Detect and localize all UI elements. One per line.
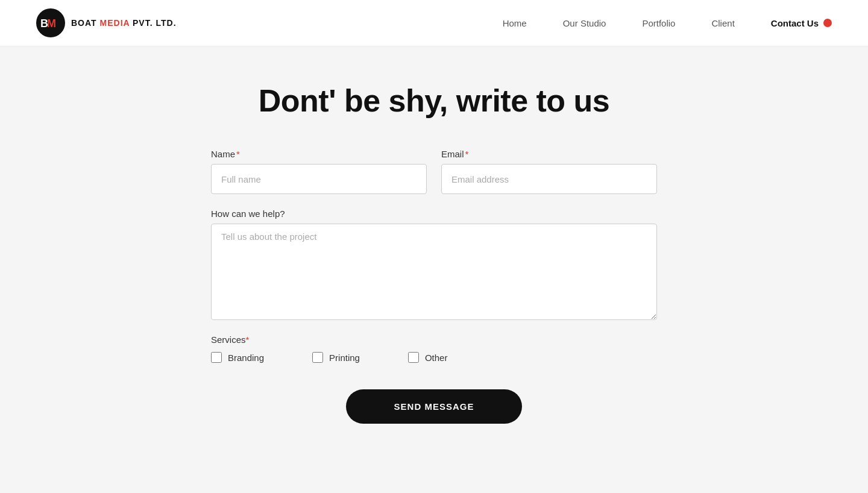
services-label: Services* <box>211 334 657 345</box>
checkbox-printing[interactable]: Printing <box>312 352 360 363</box>
main-nav: Home Our Studio Portfolio Client Contact… <box>503 18 832 28</box>
name-email-row: Name* Email* <box>211 149 657 194</box>
help-textarea[interactable] <box>211 224 657 320</box>
name-input[interactable] <box>211 164 427 194</box>
name-group: Name* <box>211 149 427 194</box>
checkbox-branding[interactable]: Branding <box>211 352 264 363</box>
logo-text: BOAT MEDIA PVT. LTD. <box>71 18 177 28</box>
checkbox-other-input[interactable] <box>408 352 419 363</box>
checkbox-branding-input[interactable] <box>211 352 222 363</box>
submit-wrap: SEND MESSAGE <box>211 389 657 424</box>
email-label: Email* <box>441 149 657 159</box>
send-message-button[interactable]: SEND MESSAGE <box>346 389 523 424</box>
svg-text:M: M <box>47 17 56 30</box>
logo-icon: B M <box>36 8 65 37</box>
nav-home[interactable]: Home <box>503 18 527 28</box>
contact-form: Name* Email* How can we help? Services* <box>211 149 657 424</box>
nav-contact-us[interactable]: Contact Us <box>771 18 832 28</box>
nav-client[interactable]: Client <box>711 18 734 28</box>
contact-dot-icon <box>823 19 832 27</box>
branding-label: Branding <box>228 353 264 363</box>
help-label: How can we help? <box>211 209 657 219</box>
checkbox-group: Branding Printing Other <box>211 352 657 363</box>
checkbox-other[interactable]: Other <box>408 352 448 363</box>
other-label: Other <box>425 353 448 363</box>
nav-portfolio[interactable]: Portfolio <box>642 18 675 28</box>
checkbox-printing-input[interactable] <box>312 352 323 363</box>
email-group: Email* <box>441 149 657 194</box>
services-section: Services* Branding Printing Other <box>211 334 657 363</box>
nav-our-studio[interactable]: Our Studio <box>563 18 606 28</box>
logo[interactable]: B M BOAT MEDIA PVT. LTD. <box>36 8 177 37</box>
email-input[interactable] <box>441 164 657 194</box>
page-title: Dont' be shy, write to us <box>259 83 610 119</box>
printing-label: Printing <box>329 353 360 363</box>
help-group: How can we help? <box>211 209 657 320</box>
name-label: Name* <box>211 149 427 159</box>
